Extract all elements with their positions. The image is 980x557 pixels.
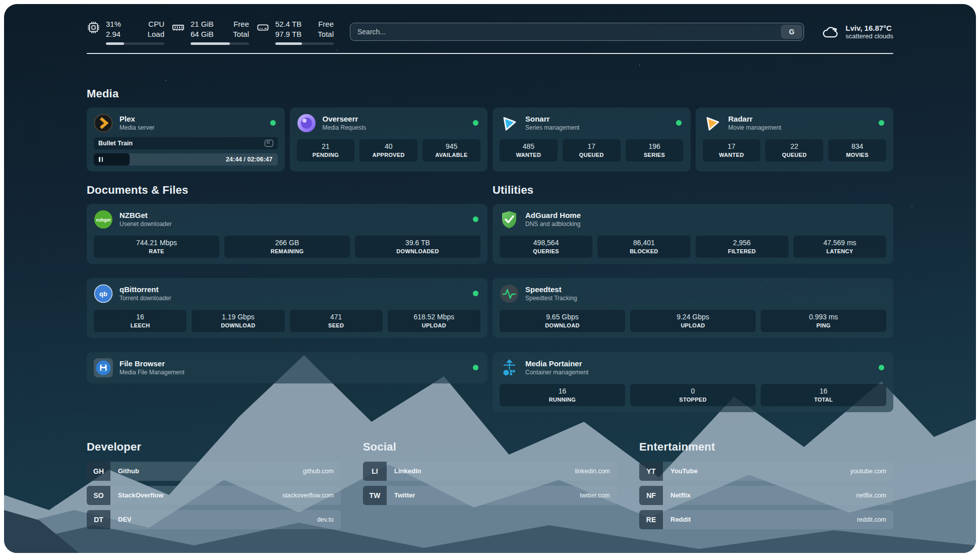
disk-free-value: 52.4 TB [275, 19, 304, 29]
stat-available: 945 AVAILABLE [422, 139, 480, 161]
filebrowser-card[interactable]: File Browser Media File Management [87, 352, 487, 383]
search-engine-button[interactable]: G [781, 25, 802, 39]
stat-label: STOPPED [632, 397, 754, 403]
section-title-social: Social [363, 440, 617, 454]
stat-value: 16 [763, 387, 884, 395]
stat-label: WANTED [705, 152, 759, 158]
stat-value: 16 [96, 313, 185, 321]
stat-download: 1.19 Gbps DOWNLOAD [192, 310, 284, 332]
stat-filtered: 2,956 FILTERED [696, 236, 788, 258]
bookmark-abbr: LI [363, 462, 387, 481]
disk-icon [256, 19, 270, 34]
bookmark-linkedin[interactable]: LI LinkedIn linkedin.com [363, 462, 617, 481]
weather-widget[interactable]: Lviv, 16.87°C scattered clouds [821, 24, 893, 40]
sonarr-icon [500, 114, 519, 133]
disk-progress-bar [275, 42, 334, 45]
stat-ping: 0.993 ms PING [761, 310, 886, 332]
status-online-dot [879, 120, 884, 126]
weather-location-temp: Lviv, 16.87°C [845, 24, 893, 32]
adguard-card[interactable]: AdGuard Home DNS and adblocking 498,564 … [493, 204, 893, 264]
bookmark-name: YouTube [663, 467, 698, 475]
entertainment-column: Entertainment YT YouTube youtube.com NF … [639, 440, 893, 534]
stat-value: 47.569 ms [795, 239, 884, 247]
stat-label: LATENCY [795, 248, 884, 254]
stat-label: DOWNLOAD [502, 322, 623, 328]
stat-label: FILTERED [698, 248, 786, 254]
bookmark-youtube[interactable]: YT YouTube youtube.com [639, 462, 893, 481]
speedtest-card[interactable]: Speedtest Speedtest Tracking 9.65 Gbps D… [493, 278, 893, 338]
status-online-dot [270, 120, 276, 126]
stat-value: 39.6 TB [357, 239, 478, 247]
bookmark-abbr: YT [639, 462, 663, 481]
portainer-card[interactable]: Media Portainer Container management 16 … [493, 352, 893, 412]
stat-value: 945 [424, 142, 478, 150]
stat-value: 266 GB [226, 239, 348, 247]
stat-label: MOVIES [830, 152, 884, 158]
qbittorrent-card[interactable]: qb qBittorrent Torrent downloader 16 LEE… [87, 278, 487, 338]
app-name: AdGuard Home [525, 211, 581, 219]
stat-label: APPROVED [361, 152, 415, 158]
stat-latency: 47.569 ms LATENCY [793, 236, 886, 258]
pause-icon[interactable] [99, 157, 103, 162]
bookmark-name: DEV [110, 516, 132, 523]
memory-free-value: 21 GiB [191, 19, 220, 29]
stat-upload: 9.24 Gbps UPLOAD [630, 310, 756, 332]
cloud-icon [821, 24, 839, 39]
overseerr-card[interactable]: Overseerr Media Requests 21 PENDING 40 A… [290, 107, 488, 172]
bookmark-netflix[interactable]: NF Netflix netflix.com [639, 486, 893, 505]
cpu-load-label: Load [144, 29, 164, 39]
app-name: Media Portainer [525, 359, 588, 368]
stat-upload: 618.52 Mbps UPLOAD [388, 310, 480, 332]
bookmark-reddit[interactable]: RE Reddit reddit.com [639, 510, 893, 529]
status-online-dot [473, 365, 478, 370]
bookmark-twitter[interactable]: TW Twitter twitter.com [363, 486, 617, 505]
nzbget-card[interactable]: nzbget NZBGet Usenet downloader 744.21 M… [87, 204, 487, 264]
snow-particles [4, 4, 5, 5]
now-playing-title: Bullet Train [98, 140, 133, 147]
stat-label: DOWNLOADED [357, 248, 478, 254]
stat-total: 16 TOTAL [761, 384, 886, 406]
stat-value: 16 [502, 387, 623, 395]
app-name: qBittorrent [119, 285, 171, 294]
stat-value: 21 [299, 142, 353, 150]
sonarr-card[interactable]: Sonarr Series management 485 WANTED 17 Q… [493, 107, 691, 172]
disk-total-value: 97.9 TB [275, 29, 304, 39]
app-name: Radarr [728, 115, 781, 123]
stat-value: 744.21 Mbps [96, 239, 217, 247]
stat-value: 196 [628, 142, 682, 150]
stat-value: 86,401 [599, 239, 688, 247]
bookmark-dev[interactable]: DT DEV dev.to [87, 510, 341, 529]
stat-stopped: 0 STOPPED [630, 384, 756, 406]
radarr-card[interactable]: Radarr Movie management 17 WANTED 22 QUE… [696, 107, 894, 172]
stat-value: 498,564 [502, 239, 590, 247]
bookmark-name: Netflix [663, 491, 691, 499]
status-online-dot [879, 365, 884, 370]
search-input[interactable] [350, 23, 781, 40]
stat-movies: 834 MOVIES [828, 139, 886, 161]
stat-value: 0.993 ms [763, 313, 884, 321]
stat-download: 9.65 Gbps DOWNLOAD [500, 310, 625, 332]
ram-icon [171, 19, 185, 34]
bookmark-stackoverflow[interactable]: SO StackOverflow stackoverflow.com [87, 486, 341, 505]
cpu-stat: 31% 2.94 CPU Load [87, 19, 164, 45]
stat-label: QUERIES [502, 248, 590, 254]
app-subtitle: Media server [119, 124, 154, 131]
disk-total-label: Total [314, 29, 334, 39]
media-card-grid: Plex Media server Bullet Train 24:44 / 0… [87, 107, 893, 172]
plex-icon [94, 114, 113, 133]
stat-value: 0 [632, 387, 754, 395]
stat-label: PENDING [299, 152, 353, 158]
plex-card[interactable]: Plex Media server Bullet Train 24:44 / 0… [87, 107, 285, 172]
cpu-icon [87, 19, 100, 34]
cpu-load-value: 2.94 [106, 29, 135, 39]
stat-value: 22 [767, 142, 821, 150]
memory-stat: 21 GiB 64 GiB Free Total [171, 19, 249, 45]
memory-total-label: Total [229, 29, 249, 39]
stat-wanted: 485 WANTED [500, 139, 558, 161]
bookmark-github[interactable]: GH Github github.com [87, 462, 341, 481]
cpu-progress-bar [106, 42, 164, 45]
radarr-icon [703, 114, 722, 133]
stat-value: 471 [292, 313, 381, 321]
stat-rate: 744.21 Mbps RATE [94, 236, 219, 258]
filebrowser-icon [94, 358, 113, 377]
